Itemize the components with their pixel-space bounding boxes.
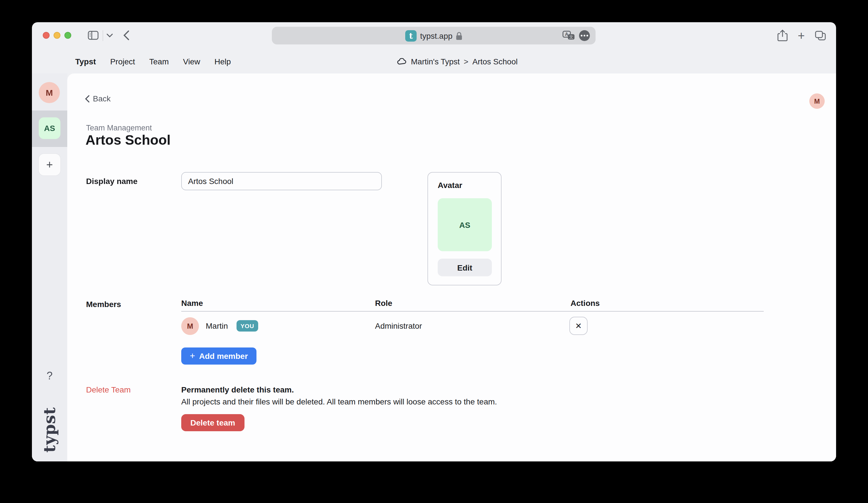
add-member-label: Add member bbox=[199, 352, 248, 360]
main-content: Back M Team Management Artos School Disp… bbox=[67, 73, 836, 461]
member-name: Martin bbox=[206, 321, 228, 331]
sidebar-toggle-icon[interactable] bbox=[88, 31, 99, 40]
address-url: typst.app bbox=[420, 31, 453, 40]
address-bar[interactable]: t typst.app A 文 bbox=[272, 27, 596, 44]
svg-text:文: 文 bbox=[569, 34, 574, 39]
help-icon[interactable]: ? bbox=[32, 370, 67, 382]
back-button[interactable]: Back bbox=[85, 94, 111, 103]
back-label: Back bbox=[93, 94, 111, 103]
screenshot-root: t typst.app A 文 bbox=[0, 0, 868, 503]
avatar-card-title: Avatar bbox=[438, 181, 462, 190]
delete-warning-body: All projects and their files will be del… bbox=[181, 397, 497, 406]
close-window-button[interactable] bbox=[43, 32, 50, 39]
typst-logo: typst bbox=[32, 401, 67, 458]
remove-member-button[interactable]: ✕ bbox=[569, 317, 588, 335]
plus-icon: + bbox=[190, 351, 195, 361]
breadcrumb-team[interactable]: Martin's Typst bbox=[411, 57, 459, 66]
menu-team[interactable]: Team bbox=[149, 57, 169, 66]
member-avatar: M bbox=[181, 317, 199, 335]
account-avatar[interactable]: M bbox=[809, 93, 825, 109]
menu-help[interactable]: Help bbox=[214, 57, 231, 66]
delete-team-label: Delete Team bbox=[86, 385, 131, 394]
browser-back-icon[interactable] bbox=[123, 30, 130, 40]
page-settings-icon[interactable] bbox=[579, 30, 590, 41]
minimize-window-button[interactable] bbox=[54, 32, 60, 39]
cloud-icon bbox=[397, 58, 407, 65]
you-badge: YOU bbox=[237, 320, 258, 332]
section-label: Team Management bbox=[86, 124, 152, 132]
breadcrumb: Martin's Typst > Artos School bbox=[397, 49, 517, 73]
lock-icon bbox=[456, 32, 462, 40]
chevron-down-icon[interactable] bbox=[106, 34, 113, 38]
member-role: Administrator bbox=[375, 321, 422, 331]
delete-team-button[interactable]: Delete team bbox=[181, 414, 244, 431]
zoom-window-button[interactable] bbox=[64, 32, 71, 39]
add-member-button[interactable]: + Add member bbox=[181, 347, 257, 365]
tab-overview-icon[interactable] bbox=[815, 31, 826, 40]
translate-icon[interactable]: A 文 bbox=[562, 31, 575, 40]
edit-avatar-button[interactable]: Edit bbox=[438, 259, 492, 276]
site-favicon: t bbox=[405, 30, 417, 41]
sidebar-user-avatar[interactable]: M bbox=[39, 82, 60, 103]
browser-window: t typst.app A 文 bbox=[32, 22, 836, 461]
avatar-card: Avatar AS Edit bbox=[427, 172, 502, 285]
breadcrumb-separator: > bbox=[464, 57, 468, 66]
sidebar-add-team-button[interactable]: + bbox=[39, 154, 60, 176]
display-name-input[interactable] bbox=[181, 172, 382, 190]
column-header-actions: Actions bbox=[570, 298, 600, 307]
workspace-sidebar: M AS + ? typst bbox=[32, 73, 67, 461]
share-icon[interactable] bbox=[777, 30, 787, 42]
menu-project[interactable]: Project bbox=[110, 57, 135, 66]
column-header-role: Role bbox=[375, 298, 392, 307]
toolbar-divider bbox=[103, 30, 103, 41]
team-avatar-preview: AS bbox=[438, 198, 492, 251]
page-title: Artos School bbox=[85, 132, 171, 148]
sidebar-team-avatar[interactable]: AS bbox=[39, 117, 60, 139]
browser-titlebar: t typst.app A 文 bbox=[32, 22, 836, 49]
menu-view[interactable]: View bbox=[183, 57, 200, 66]
delete-warning-title: Permanently delete this team. bbox=[181, 385, 294, 394]
table-header-divider bbox=[181, 311, 764, 312]
menu-typst[interactable]: Typst bbox=[75, 57, 96, 66]
members-label: Members bbox=[86, 300, 121, 309]
new-tab-icon[interactable]: + bbox=[798, 30, 805, 42]
display-name-label: Display name bbox=[86, 177, 138, 186]
breadcrumb-page: Artos School bbox=[473, 57, 518, 66]
svg-text:A: A bbox=[565, 32, 568, 37]
column-header-name: Name bbox=[181, 298, 203, 307]
app-menubar: Typst Project Team View Help Martin's Ty… bbox=[32, 49, 836, 73]
